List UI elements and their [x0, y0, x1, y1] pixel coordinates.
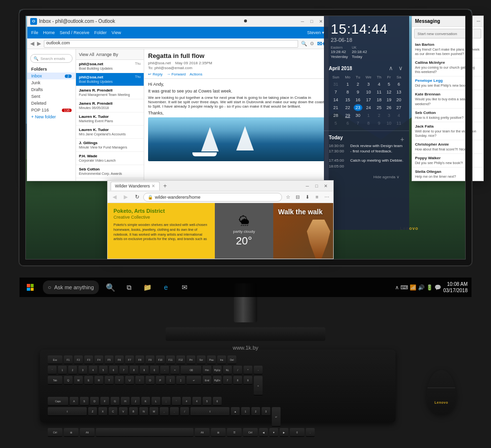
key-num-minus[interactable]: -	[254, 366, 263, 374]
browser-refresh-button[interactable]: ↻	[132, 192, 142, 202]
cal-day[interactable]: 20	[395, 96, 403, 103]
key-num-4[interactable]: 4	[192, 397, 201, 406]
key-right[interactable]: ▶	[280, 428, 288, 437]
cal-day[interactable]: 14	[330, 96, 342, 103]
key-num-plus[interactable]: +	[254, 376, 263, 395]
email-item-7[interactable]: P.H. Wade Corporate Video Launch	[76, 152, 144, 165]
key-4[interactable]: 4	[89, 366, 97, 374]
key-numlock[interactable]: NL	[223, 366, 232, 374]
key-delete[interactable]: Del	[227, 355, 236, 364]
key-num-6[interactable]: 6	[213, 397, 222, 406]
calendar-next-button[interactable]: ∨	[397, 65, 404, 72]
email-item-5[interactable]: Lauren K. Tudor Mrs Jane Copeland's Acco…	[76, 126, 144, 139]
key-num-div[interactable]: /	[233, 366, 242, 374]
agenda-add-button[interactable]: +	[400, 135, 404, 143]
cal-day[interactable]: 31	[330, 81, 342, 88]
key-p[interactable]: P	[156, 376, 165, 385]
key-left[interactable]: ◀	[259, 428, 268, 437]
browser-forward-button[interactable]: ▶	[121, 192, 131, 202]
browser-menu-icon[interactable]: ≡	[313, 193, 321, 202]
key-1[interactable]: 1	[58, 366, 67, 374]
key-f12[interactable]: F12	[176, 355, 185, 364]
key-insert[interactable]: Ins	[217, 355, 226, 364]
key-t[interactable]: T	[105, 376, 113, 385]
cal-day[interactable]: 3	[384, 112, 393, 119]
key-lctrl[interactable]: Ctrl	[48, 428, 62, 437]
key-num-dot[interactable]: .	[306, 428, 315, 437]
cal-day[interactable]: 27	[395, 104, 403, 111]
taskbar-task-view-icon[interactable]: ⧉	[120, 278, 138, 297]
key-rshift[interactable]: ⇧	[190, 407, 229, 416]
browser-back-button[interactable]: ◀	[110, 192, 119, 202]
browser-address-bar[interactable]: 🔒 wilder-wanderers/home	[143, 193, 282, 202]
agenda-hide-button[interactable]: Hide agenda ∨	[329, 173, 404, 181]
key-lshift[interactable]: ⇧	[48, 407, 87, 416]
msg-item-5[interactable]: Seb Cotton How is it looking pretty posi…	[412, 109, 483, 122]
ribbon-view[interactable]: View	[112, 30, 121, 35]
cal-day[interactable]: 9	[354, 89, 362, 95]
key-5[interactable]: 5	[99, 366, 108, 374]
taskbar-search[interactable]: ○ Ask me anything	[43, 280, 99, 294]
cal-day[interactable]: 7	[330, 89, 342, 95]
key-f9[interactable]: F9	[146, 355, 154, 364]
ribbon-file[interactable]: File	[31, 30, 38, 35]
key-x[interactable]: X	[98, 407, 107, 416]
key-w[interactable]: W	[74, 376, 83, 385]
key-ralt[interactable]: Alt	[195, 428, 209, 437]
key-period[interactable]: .	[170, 407, 179, 416]
email-item-8[interactable]: Seb Cotton Environmental Corp. Awards	[76, 165, 144, 178]
cal-day[interactable]: 26	[384, 104, 393, 111]
browser-download-icon[interactable]: ⬇	[303, 193, 312, 202]
cal-day[interactable]: 5	[330, 120, 342, 127]
key-rwin[interactable]: ⊞	[211, 428, 226, 437]
key-n[interactable]: N	[139, 407, 148, 416]
taskbar-mail-icon[interactable]: ✉	[176, 278, 193, 297]
cal-day-today[interactable]: 23	[354, 104, 362, 111]
key-q[interactable]: Q	[64, 376, 73, 385]
browser-split-icon[interactable]: ⊟	[293, 193, 302, 202]
key-num-9[interactable]: 9	[244, 376, 252, 385]
tray-wifi-icon[interactable]: 📶	[410, 284, 416, 291]
key-f3[interactable]: F3	[84, 355, 93, 364]
key-slash[interactable]: /	[180, 407, 189, 416]
cal-day[interactable]: 11	[375, 89, 383, 95]
cal-day[interactable]: 13	[395, 89, 403, 95]
key-7[interactable]: 7	[119, 366, 128, 374]
key-num-8[interactable]: 8	[233, 376, 242, 385]
toolbar-settings-icon[interactable]: ⚙	[310, 41, 314, 46]
cal-day[interactable]: 10	[384, 120, 393, 127]
action-reply[interactable]: ↩ Reply	[148, 72, 163, 76]
cal-day[interactable]: 8	[343, 89, 353, 95]
cal-day[interactable]: 2	[354, 81, 362, 88]
key-num-3[interactable]: 3	[262, 407, 270, 416]
folder-junk[interactable]: Junk	[27, 79, 76, 86]
folder-deleted[interactable]: Deleted	[27, 100, 76, 107]
cal-day[interactable]: 22	[343, 104, 353, 111]
outlook-minimize-button[interactable]: ─	[298, 18, 307, 25]
key-num-2[interactable]: 2	[251, 407, 260, 416]
cal-day[interactable]: 25	[375, 104, 383, 111]
key-0[interactable]: 0	[150, 366, 159, 374]
cal-day[interactable]: 21	[330, 104, 342, 111]
view-all-button[interactable]: View All	[79, 52, 94, 57]
folder-sent[interactable]: Sent	[27, 93, 76, 100]
ribbon-home[interactable]: Home	[43, 30, 55, 35]
key-h[interactable]: H	[121, 397, 130, 406]
taskbar-file-explorer-icon[interactable]: 📁	[139, 278, 156, 297]
key-home[interactable]: Hm	[203, 366, 211, 374]
new-conversation-input[interactable]: Start new conversation	[414, 29, 481, 38]
key-up[interactable]: ▲	[231, 407, 240, 416]
key-l[interactable]: L	[151, 397, 160, 406]
key-2[interactable]: 2	[68, 366, 77, 374]
email-item-3[interactable]: James R. Prendell Minutes 06/05/2018	[76, 99, 144, 112]
key-8[interactable]: 8	[130, 366, 138, 374]
outlook-maximize-button[interactable]: □	[307, 18, 316, 25]
key-f2[interactable]: F2	[74, 355, 83, 364]
msg-item-7[interactable]: Christopher Annie How about that final s…	[412, 140, 483, 154]
email-item-4[interactable]: Lauren K. Tudor Marketing Event Plans	[76, 112, 144, 126]
key-b[interactable]: B	[129, 407, 138, 416]
browser-close-button[interactable]: ✕	[321, 182, 330, 190]
mouse[interactable]: Lenovo	[427, 370, 456, 414]
ribbon-send-receive[interactable]: Send / Receive	[60, 30, 90, 35]
key-lalt[interactable]: Alt	[80, 428, 94, 437]
